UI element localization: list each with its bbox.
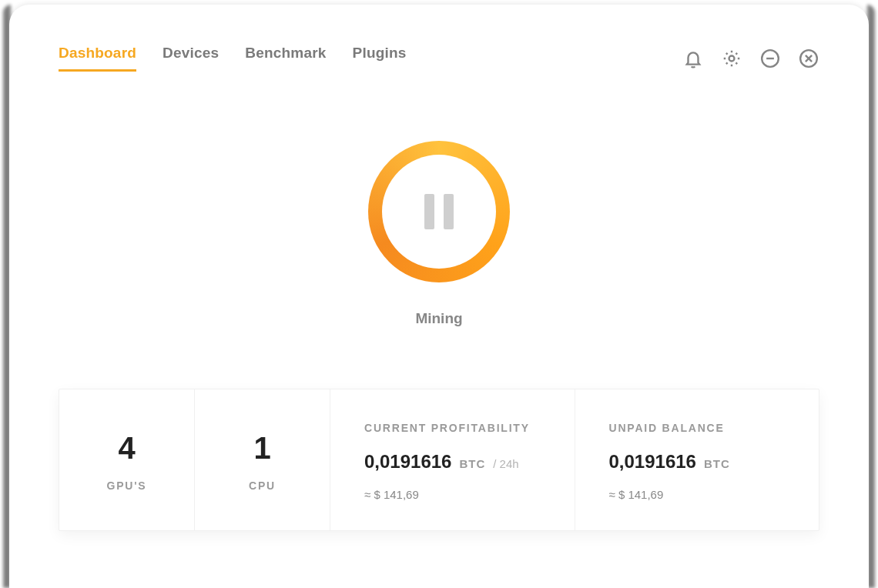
top-nav: Dashboard Devices Benchmark Plugins: [59, 45, 819, 72]
mining-status-label: Mining: [415, 310, 462, 327]
stats-row: 4 GPU'S 1 CPU CURRENT PROFITABILITY 0,01…: [59, 389, 819, 531]
app-window: Dashboard Devices Benchmark Plugins: [9, 5, 869, 588]
gear-icon[interactable]: [721, 48, 742, 69]
mining-section: Mining: [59, 141, 819, 327]
stat-gpus: 4 GPU'S: [59, 389, 195, 530]
stat-balance: UNPAID BALANCE 0,0191616 BTC ≈ $ 141,69: [575, 389, 819, 530]
svg-point-0: [729, 55, 735, 61]
profitability-title: CURRENT PROFITABILITY: [364, 422, 541, 434]
tab-devices[interactable]: Devices: [163, 45, 219, 72]
tab-plugins[interactable]: Plugins: [353, 45, 407, 72]
nav-actions: [682, 48, 819, 69]
tab-benchmark[interactable]: Benchmark: [245, 45, 326, 72]
profitability-value: 0,0191616 BTC / 24h: [364, 451, 541, 473]
balance-approx: ≈ $ 141,69: [609, 488, 786, 501]
balance-value: 0,0191616 BTC: [609, 451, 786, 473]
stat-cpu: 1 CPU: [195, 389, 330, 530]
minimize-icon[interactable]: [759, 48, 781, 69]
nav-tabs: Dashboard Devices Benchmark Plugins: [59, 45, 407, 72]
cpu-count: 1: [253, 431, 270, 466]
balance-title: UNPAID BALANCE: [609, 422, 786, 434]
balance-unit: BTC: [704, 457, 730, 470]
profitability-unit: BTC: [459, 457, 485, 470]
cpu-label: CPU: [249, 479, 276, 492]
balance-amount: 0,0191616: [609, 451, 696, 473]
mining-toggle-button[interactable]: [368, 141, 510, 282]
tab-dashboard[interactable]: Dashboard: [59, 45, 136, 72]
stat-profitability: CURRENT PROFITABILITY 0,0191616 BTC / 24…: [330, 389, 575, 530]
bell-icon[interactable]: [682, 48, 704, 69]
gpus-count: 4: [118, 431, 135, 466]
pause-icon: [424, 194, 454, 229]
gpus-label: GPU'S: [106, 479, 146, 492]
close-icon[interactable]: [798, 48, 819, 69]
profitability-approx: ≈ $ 141,69: [364, 488, 541, 501]
profitability-per: / 24h: [493, 457, 518, 470]
profitability-amount: 0,0191616: [364, 451, 451, 473]
